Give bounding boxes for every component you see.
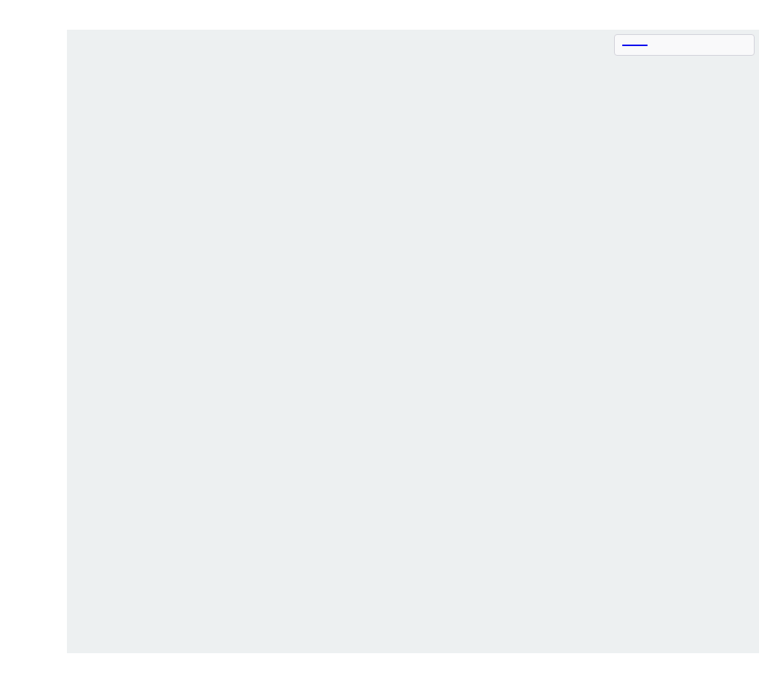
plot-canvas — [0, 0, 765, 700]
top-y-axis-label — [14, 30, 29, 341]
figure — [0, 0, 765, 700]
legend — [614, 34, 755, 56]
bottom-y-axis-label — [10, 340, 25, 652]
legend-line-sample — [622, 45, 648, 46]
